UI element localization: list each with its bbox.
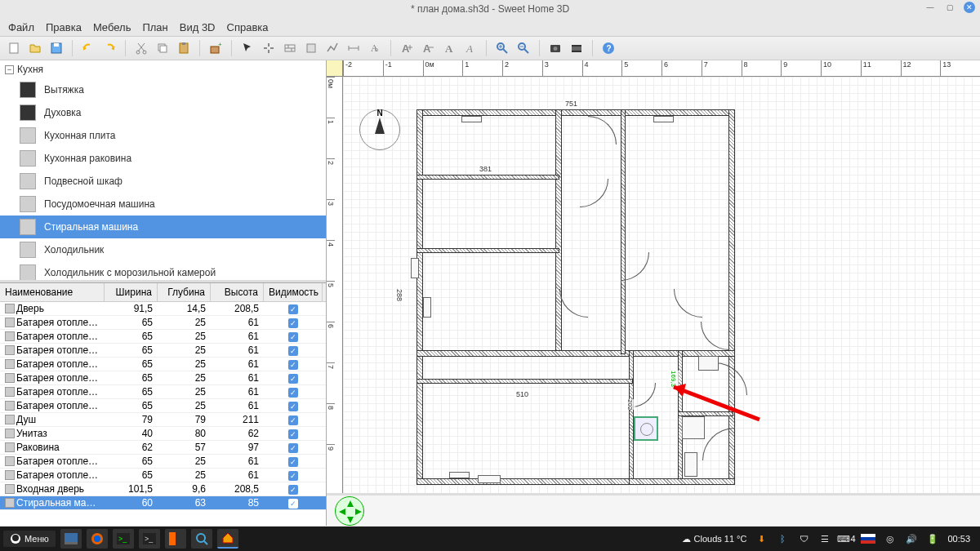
catalog-item[interactable]: Подвесной шкаф	[0, 170, 326, 193]
create-video-icon[interactable]	[568, 39, 586, 57]
checkbox-icon[interactable]: ✓	[288, 471, 298, 481]
catalog-item[interactable]: Духовка	[0, 101, 326, 124]
taskbar-app-terminal[interactable]: >_	[113, 529, 134, 549]
checkbox-icon[interactable]: ✓	[288, 304, 298, 314]
checkbox-icon[interactable]: ✓	[288, 415, 298, 425]
wall[interactable]	[416, 175, 559, 180]
checkbox-icon[interactable]: ✓	[288, 346, 298, 356]
table-row[interactable]: Батарея отопле…652561✓	[0, 455, 326, 469]
bluetooth-icon[interactable]: ᛒ	[776, 532, 789, 545]
checkbox-icon[interactable]: ✓	[288, 443, 298, 453]
italic-icon[interactable]: A	[461, 39, 479, 57]
undo-icon[interactable]	[79, 39, 97, 57]
checkbox-icon[interactable]: ✓	[288, 388, 298, 398]
plan-2d-view[interactable]: -2-10м12345678910111213 0м123456789	[327, 60, 980, 493]
catalog-item[interactable]: Кухонная плита	[0, 124, 326, 147]
update-icon[interactable]: ⬇	[755, 532, 768, 545]
save-icon[interactable]	[47, 39, 65, 57]
menu-edit[interactable]: Правка	[41, 20, 87, 35]
door[interactable]	[701, 322, 729, 350]
table-row[interactable]: Батарея отопле…652561✓	[0, 330, 326, 344]
wall[interactable]	[416, 109, 423, 485]
furniture-list-panel[interactable]: Наименование Ширина Глубина Высота Видим…	[0, 282, 326, 526]
table-row[interactable]: Дверь91,514,5208,5✓	[0, 302, 326, 316]
collapse-icon[interactable]: −	[5, 65, 14, 74]
cell-visibility[interactable]: ✓	[264, 469, 323, 482]
table-row[interactable]: Стиральная ма…606385✓	[0, 496, 326, 510]
table-row[interactable]: Душ7979211✓	[0, 413, 326, 427]
start-menu-button[interactable]: Меню	[3, 531, 56, 547]
checkbox-icon[interactable]: ✓	[288, 318, 298, 328]
radiator[interactable]	[478, 475, 501, 483]
menu-furniture[interactable]: Мебель	[88, 20, 136, 35]
plan-canvas[interactable]: 751 381 288 510 202 169,3	[343, 77, 980, 493]
door[interactable]	[674, 289, 702, 318]
increase-text-icon[interactable]: A	[398, 39, 416, 57]
notification-icon[interactable]: ☰	[818, 532, 831, 545]
col-height[interactable]: Высота	[211, 283, 264, 301]
redo-icon[interactable]	[100, 39, 118, 57]
cell-visibility[interactable]: ✓	[264, 316, 323, 329]
wall[interactable]	[416, 350, 735, 357]
bold-icon[interactable]: A	[440, 39, 458, 57]
keyboard-indicator[interactable]: ⌨ 4	[840, 532, 853, 545]
taskbar-app-files[interactable]: >_	[139, 529, 160, 549]
door[interactable]	[702, 428, 735, 460]
wifi-icon[interactable]: ◎	[884, 532, 897, 545]
cell-visibility[interactable]: ✓	[264, 302, 323, 315]
menu-file[interactable]: Файл	[3, 20, 39, 35]
language-flag-icon[interactable]	[861, 532, 875, 545]
table-row[interactable]: Батарея отопле…652561✓	[0, 469, 326, 482]
catalog-item[interactable]: Холодильник с морозильной камерой	[0, 261, 326, 282]
zoom-in-icon[interactable]	[493, 39, 511, 57]
cell-visibility[interactable]: ✓	[264, 482, 323, 495]
taskbar-app-desktop[interactable]	[60, 529, 82, 549]
door[interactable]	[621, 252, 649, 281]
catalog-item[interactable]: Холодильник	[0, 238, 326, 261]
table-row[interactable]: Батарея отопле…652561✓	[0, 344, 326, 358]
wall[interactable]	[629, 350, 634, 481]
door[interactable]	[580, 179, 608, 207]
battery-icon[interactable]: 🔋	[926, 532, 939, 545]
table-row[interactable]: Батарея отопле…652561✓	[0, 371, 326, 385]
window-close-button[interactable]: ✕	[964, 2, 975, 13]
table-row[interactable]: Батарея отопле…652561✓	[0, 399, 326, 413]
view-3d-panel[interactable]	[327, 493, 980, 526]
radiator[interactable]	[423, 297, 431, 318]
checkbox-icon[interactable]: ✓	[288, 374, 298, 384]
add-furniture-icon[interactable]: +	[207, 39, 225, 57]
door[interactable]	[588, 116, 617, 144]
catalog-item[interactable]: Посудомоечная машина	[0, 193, 326, 216]
furniture-catalog[interactable]: − Кухня ВытяжкаДуховкаКухонная плитаКухо…	[0, 60, 326, 282]
volume-icon[interactable]: 🔊	[905, 532, 918, 545]
sink[interactable]	[698, 356, 719, 371]
window-maximize-button[interactable]: ▢	[944, 2, 956, 13]
create-wall-icon[interactable]	[281, 39, 299, 57]
checkbox-icon[interactable]: ✓	[288, 429, 298, 439]
col-depth[interactable]: Глубина	[158, 283, 211, 301]
wall[interactable]	[555, 109, 562, 354]
cell-visibility[interactable]: ✓	[264, 344, 323, 357]
paste-icon[interactable]	[175, 39, 193, 57]
taskbar-app-firefox[interactable]	[87, 529, 108, 549]
catalog-item[interactable]: Вытяжка	[0, 78, 326, 101]
wall[interactable]	[416, 248, 559, 253]
cell-visibility[interactable]: ✓	[264, 399, 323, 412]
decrease-text-icon[interactable]: A	[419, 39, 437, 57]
cell-visibility[interactable]: ✓	[264, 455, 323, 468]
table-row[interactable]: Батарея отопле…652561✓	[0, 385, 326, 399]
wall[interactable]	[629, 478, 735, 485]
cell-visibility[interactable]: ✓	[264, 330, 323, 343]
table-row[interactable]: Батарея отопле…652561✓	[0, 316, 326, 330]
table-row[interactable]: Раковина625797✓	[0, 441, 326, 455]
checkbox-icon[interactable]: ✓	[288, 499, 298, 509]
new-icon[interactable]	[5, 39, 23, 57]
catalog-item[interactable]: Кухонная раковина	[0, 147, 326, 170]
menu-help[interactable]: Справка	[222, 20, 274, 35]
pan-icon[interactable]	[260, 39, 278, 57]
washing-machine-object[interactable]	[634, 416, 658, 441]
clock[interactable]: 00:53	[947, 534, 970, 544]
create-text-icon[interactable]: Ab	[366, 39, 384, 57]
weather-widget[interactable]: ☁ Clouds 11 °C	[682, 534, 746, 544]
table-row[interactable]: Унитаз408062✓	[0, 427, 326, 441]
